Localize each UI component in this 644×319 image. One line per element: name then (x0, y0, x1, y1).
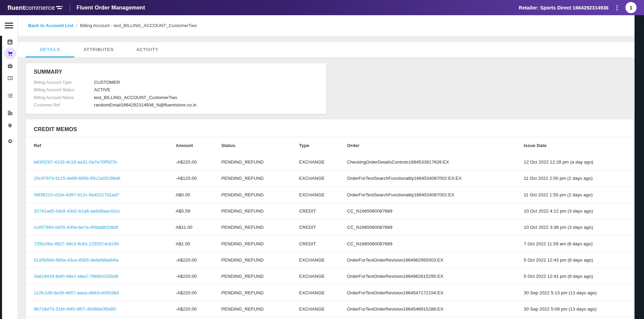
summary-field: Billing Account Name test_BILLING_ACCOUN… (34, 94, 318, 101)
memo-ref-cell: 20c97974-5c15-4e99-800b-65c2a05198d8 (34, 176, 176, 181)
memo-ref-cell: b83f3297-4233-4c19-aa31-0e7e70ff507b (34, 160, 176, 165)
breadcrumb-current: Billing Account - test_BILLING_ACCOUNT_C… (80, 23, 197, 28)
memo-amount: -A$220.00 (176, 257, 221, 263)
memo-issue-date: 11 Oct 2022 2:00 pm (2 days ago) (524, 176, 625, 181)
memo-ref-link[interactable]: 735b1f8a-9927-49c3-9c63-1255574c8190 (34, 241, 119, 246)
tab-details[interactable]: DETAILS (26, 42, 74, 57)
memo-ref-cell: 32741ad5-0dc6-43d2-b1a6-aa5d9aac42cc (34, 208, 176, 214)
memo-status: PENDING_REFUND (221, 208, 299, 214)
memo-issue-date: 10 Oct 2022 4:12 pm (3 days ago) (524, 208, 625, 214)
field-value: test_BILLING_ACCOUNT_CustomerTwo (94, 94, 177, 101)
sidebar-item-locations[interactable] (2, 107, 18, 119)
column-header-type: Type (299, 143, 347, 148)
kebab-menu-icon[interactable] (614, 4, 620, 12)
memo-ref-link[interactable]: cc457944-0e55-430e-be7a-45faddb33bdf (34, 225, 118, 230)
credit-memos-title: CREDIT MEMOS (34, 126, 625, 132)
memo-status: PENDING_REFUND (221, 225, 299, 230)
field-value: CUSTOMER (94, 79, 120, 86)
memo-amount: -A$120.00 (176, 176, 221, 181)
memo-order: CC_N1665060087689 (347, 208, 524, 214)
tab-attributes[interactable]: ATTRIBUTES (74, 42, 123, 57)
memo-ref-link[interactable]: 58f36210-c52e-4397-b12c-9a45317d1ad7 (34, 192, 119, 197)
summary-field: Billing Account Type CUSTOMER (34, 79, 318, 86)
memo-issue-date: 12 Oct 2022 12:28 pm (a day ago) (524, 160, 625, 165)
logo-text-light: commerce (25, 4, 55, 11)
active-item-highlight (4, 47, 16, 59)
table-row: 112fc1d6-8e39-4657-aaea-d683c4093384 -A$… (26, 284, 634, 300)
memo-ref-link[interactable]: 20c97974-5c15-4e99-800b-65c2a05198d8 (34, 176, 120, 181)
fluentcommerce-logo[interactable]: fluentcommerce (7, 4, 63, 11)
memo-order: CheckingOrderDetailsControls166453381762… (347, 160, 524, 165)
hamburger-icon (5, 21, 13, 30)
sidebar-item-connect[interactable] (2, 119, 18, 131)
memo-order: CC_N1665060087689 (347, 225, 524, 230)
column-header-amount: Amount (176, 143, 221, 148)
memo-amount: A$11.00 (176, 225, 221, 230)
field-label: Customer Ref (34, 101, 94, 109)
column-header-status: Status (221, 143, 299, 148)
table-row: cc457944-0e55-430e-be7a-45faddb33bdf A$1… (26, 219, 634, 235)
memo-status: PENDING_REFUND (221, 192, 299, 197)
building-icon (7, 109, 14, 116)
memo-type: EXCHANGE (299, 160, 347, 165)
app-header: fluentcommerce Fluent Order Management R… (0, 0, 644, 15)
column-header-order: Order (347, 143, 524, 148)
tab-activity[interactable]: ACTIVITY (123, 42, 172, 57)
memo-ref-cell: 3a619419-8ef0-46e1-bbe2-796f8c0330d8 (34, 274, 176, 279)
memo-issue-date: 10 Oct 2022 3:38 pm (3 days ago) (524, 225, 625, 230)
briefcase-play-icon (7, 63, 14, 70)
memo-status: PENDING_REFUND (221, 160, 299, 165)
sidebar-item-settings[interactable] (2, 135, 18, 147)
memo-status: PENDING_REFUND (221, 290, 299, 295)
summary-card: SUMMARY Billing Account Type CUSTOMER Bi… (26, 63, 326, 114)
memo-status: PENDING_REFUND (221, 274, 299, 279)
back-to-account-list-link[interactable]: Back to Account List (28, 23, 73, 28)
sidebar-item-dashboard[interactable] (2, 36, 18, 48)
memo-order: OrderForTestOrderRevision1664546915288:E… (347, 306, 524, 312)
plug-icon (7, 122, 13, 129)
sidebar-item-orders[interactable] (2, 47, 18, 59)
notification-badge[interactable]: 1 (625, 2, 637, 13)
memo-status: PENDING_REFUND (221, 257, 299, 263)
memo-type: EXCHANGE (299, 306, 347, 312)
memo-ref-cell: 58f36210-c52e-4397-b12c-9a45317d1ad7 (34, 192, 176, 197)
page-background-right (635, 15, 644, 319)
memo-ref-cell: 735b1f8a-9927-49c3-9c63-1255574c8190 (34, 241, 176, 246)
memo-type: EXCHANGE (299, 257, 347, 263)
memo-amount: A$0.00 (176, 192, 221, 197)
sidebar-item-payments[interactable] (2, 72, 18, 84)
table-row: 735b1f8a-9927-49c3-9c63-1255574c8190 A$1… (26, 235, 634, 251)
memo-amount: -A$220.00 (176, 160, 221, 165)
memo-issue-date: 30 Sep 2022 5:09 pm (13 days ago) (524, 306, 625, 312)
memo-ref-link[interactable]: 112fc1d6-8e39-4657-aaea-d683c4093384 (34, 290, 119, 295)
field-label: Billing Account Name (34, 94, 94, 101)
logo-text-bold: fluent (7, 4, 25, 11)
memo-ref-link[interactable]: 51d0b5b0-665e-43ce-85b5-9e8efd8a84fa (34, 257, 118, 263)
memo-amount: A$0.59 (176, 208, 221, 214)
memo-ref-link[interactable]: b83f3297-4233-4c19-aa31-0e7e70ff507b (34, 160, 117, 165)
memo-ref-link[interactable]: 3a619419-8ef0-46e1-bbe2-796f8c0330d8 (34, 274, 118, 279)
memo-issue-date: 5 Oct 2022 12:41 pm (8 days ago) (524, 274, 625, 279)
table-row: 32741ad5-0dc6-43d2-b1a6-aa5d9aac42cc A$0… (26, 203, 634, 219)
table-row: 51d0b5b0-665e-43ce-85b5-9e8efd8a84fa -A$… (26, 252, 634, 268)
sidebar-item-catalogue[interactable] (2, 90, 18, 102)
memo-order: OrderForTestSearchFunctionality166453406… (347, 176, 524, 181)
memo-type: CREDIT (299, 225, 347, 230)
memo-type: EXCHANGE (299, 192, 347, 197)
memo-order: OrderForTestOrderRevision1664962815295:E… (347, 274, 524, 279)
memo-order: OrderForTestOrderRevision1664547172154:E… (347, 290, 524, 295)
summary-title: SUMMARY (34, 69, 318, 75)
memo-order: OrderForTestOrderRevision1664962955003:E… (347, 257, 524, 263)
sidebar-item-fulfilments[interactable] (2, 60, 18, 72)
table-row: b83f3297-4233-4c19-aa31-0e7e70ff507b -A$… (26, 154, 634, 170)
memo-order: OrderForTestSearchFunctionality166453406… (347, 192, 524, 197)
icon-sidebar (2, 36, 18, 319)
field-value: ACTIVE (94, 86, 110, 94)
table-row-partial (26, 317, 634, 319)
sidebar-toggle-button[interactable] (0, 15, 18, 36)
app-title: Fluent Order Management (76, 5, 145, 11)
memo-ref-link[interactable]: 32741ad5-0dc6-43d2-b1a6-aa5d9aac42cc (34, 208, 120, 214)
memo-ref-link[interactable]: 9b718d75-51bf-4f45-9f07-4b066e0f5480 (34, 306, 116, 312)
memo-ref-cell: 112fc1d6-8e39-4657-aaea-d683c4093384 (34, 290, 176, 295)
table-row: 20c97974-5c15-4e99-800b-65c2a05198d8 -A$… (26, 170, 634, 186)
